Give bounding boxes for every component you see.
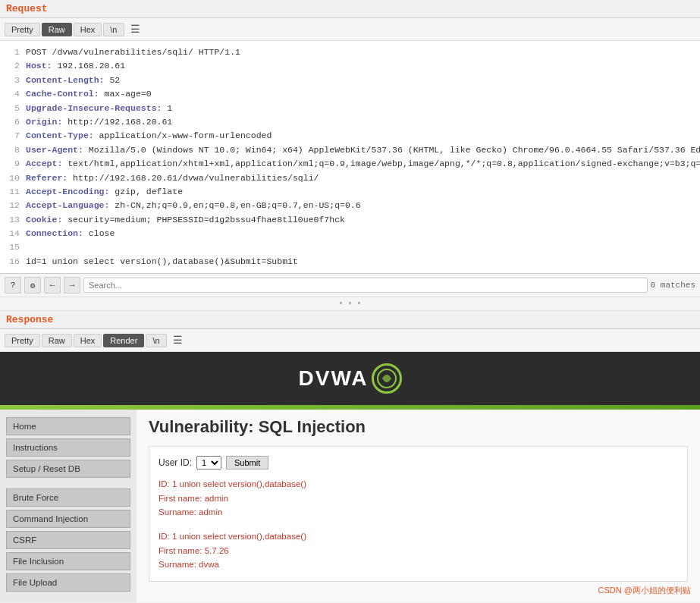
- sidebar-item-command-injection[interactable]: Command Injection: [6, 510, 130, 528]
- sidebar-item-brute-force[interactable]: Brute Force: [6, 488, 130, 507]
- submit-button[interactable]: Submit: [226, 456, 268, 470]
- search-input[interactable]: [83, 278, 648, 293]
- code-line: 3Content-Length: 52: [6, 74, 694, 87]
- menu-icon[interactable]: ☰: [127, 21, 143, 37]
- code-line-content: Host: 192.168.20.61: [26, 59, 125, 73]
- sidebar-item-csrf[interactable]: CSRF: [6, 531, 130, 549]
- divider: • • •: [0, 297, 700, 311]
- code-line: 5Upgrade-Insecure-Requests: 1: [6, 102, 694, 115]
- code-line: 7Content-Type: application/x-www-form-ur…: [6, 129, 694, 143]
- dvwa-header: DVWA: [0, 352, 700, 405]
- code-line: 14Connection: close: [6, 227, 694, 240]
- back-icon[interactable]: ←: [44, 277, 61, 294]
- watermark: CSDN @两小姐的便利贴: [598, 585, 691, 596]
- code-line-content: Cookie: security=medium; PHPSESSID=d1g2b…: [26, 213, 345, 227]
- result-block-1: ID: 1 union select version(),database()F…: [159, 477, 678, 519]
- code-line: 13Cookie: security=medium; PHPSESSID=d1g…: [6, 213, 694, 227]
- code-line: 8User-Agent: Mozilla/5.0 (Windows NT 10.…: [6, 143, 694, 157]
- dvwa-main-content: Vulnerability: SQL Injection User ID: 1 …: [137, 410, 700, 602]
- tab-hex[interactable]: Hex: [74, 23, 102, 36]
- form-box: User ID: 1 Submit ID: 1 union select ver…: [149, 446, 688, 581]
- gear-icon[interactable]: ⚙: [24, 277, 41, 294]
- dvwa-logo: DVWA: [299, 363, 402, 394]
- question-icon[interactable]: ?: [5, 277, 21, 294]
- tab-response-pretty[interactable]: Pretty: [5, 334, 40, 347]
- sidebar-item-instructions[interactable]: Instructions: [6, 438, 130, 457]
- code-line-content: Content-Length: 52: [26, 74, 120, 87]
- page-title: Vulnerability: SQL Injection: [149, 417, 688, 437]
- request-title: Request: [6, 3, 48, 14]
- matches-count: 0 matches: [651, 281, 695, 290]
- rendered-response: DVWA HomeInstructionsSetup / Reset DBBru…: [0, 352, 700, 602]
- tab-response-newline[interactable]: \n: [146, 334, 166, 347]
- code-line-content: id=1 union select version(),database()&S…: [26, 255, 298, 269]
- user-id-label: User ID:: [159, 457, 192, 468]
- code-line: 4Cache-Control: max-age=0: [6, 87, 694, 101]
- tab-pretty[interactable]: Pretty: [5, 23, 40, 36]
- dvwa-sidebar: HomeInstructionsSetup / Reset DBBrute Fo…: [0, 410, 137, 602]
- code-line-content: Referer: http://192.168.20.61/dvwa/vulne…: [26, 171, 319, 185]
- dvwa-body: HomeInstructionsSetup / Reset DBBrute Fo…: [0, 410, 700, 602]
- code-line: 10Referer: http://192.168.20.61/dvwa/vul…: [6, 171, 694, 185]
- code-line-content: Upgrade-Insecure-Requests: 1: [26, 102, 172, 115]
- dvwa-logo-circle: [372, 363, 402, 394]
- tab-raw[interactable]: Raw: [42, 23, 72, 36]
- code-line: 12Accept-Language: zh-CN,zh;q=0.9,en;q=0…: [6, 199, 694, 212]
- form-row: User ID: 1 Submit: [159, 456, 678, 470]
- forward-icon[interactable]: →: [64, 277, 80, 294]
- sidebar-item-setup[interactable]: Setup / Reset DB: [6, 460, 130, 478]
- code-line-content: Content-Type: application/x-www-form-url…: [26, 129, 272, 143]
- code-line-content: Cache-Control: max-age=0: [26, 87, 152, 101]
- code-line: 9Accept: text/html,application/xhtml+xml…: [6, 157, 694, 171]
- dvwa-logo-text: DVWA: [299, 366, 369, 391]
- result-block-2: ID: 1 union select version(),database()F…: [159, 529, 678, 571]
- response-toolbar: Pretty Raw Hex Render \n ☰: [0, 329, 700, 352]
- code-line-content: Accept-Language: zh-CN,zh;q=0.9,en;q=0.8…: [26, 199, 361, 212]
- code-line-content: POST /dvwa/vulnerabilities/sqli/ HTTP/1.…: [26, 46, 240, 59]
- sidebar-item-file-inclusion[interactable]: File Inclusion: [6, 552, 130, 570]
- code-line-content: User-Agent: Mozilla/5.0 (Windows NT 10.0…: [26, 143, 700, 157]
- tab-response-raw[interactable]: Raw: [42, 334, 72, 347]
- response-menu-icon[interactable]: ☰: [170, 332, 186, 348]
- tab-response-hex[interactable]: Hex: [74, 334, 102, 347]
- request-toolbar: Pretty Raw Hex \n ☰: [0, 18, 700, 41]
- code-line: 2Host: 192.168.20.61: [6, 59, 694, 73]
- user-id-select[interactable]: 1: [196, 456, 221, 470]
- code-line-content: Connection: close: [26, 227, 115, 240]
- code-line: 1POST /dvwa/vulnerabilities/sqli/ HTTP/1…: [6, 46, 694, 59]
- response-header: Response: [0, 311, 700, 329]
- request-header: Request: [0, 0, 700, 18]
- tab-newline[interactable]: \n: [103, 23, 124, 36]
- search-bar: ? ⚙ ← → 0 matches: [0, 274, 700, 297]
- sidebar-item-file-upload[interactable]: File Upload: [6, 573, 130, 592]
- response-title: Response: [6, 314, 53, 325]
- code-line-content: Accept-Encoding: gzip, deflate: [26, 185, 183, 199]
- code-line: 6Origin: http://192.168.20.61: [6, 115, 694, 129]
- code-line: 16id=1 union select version(),database()…: [6, 255, 694, 269]
- tab-response-render[interactable]: Render: [103, 334, 144, 347]
- code-line: 11Accept-Encoding: gzip, deflate: [6, 185, 694, 199]
- code-line-content: Origin: http://192.168.20.61: [26, 115, 172, 129]
- code-line-content: Accept: text/html,application/xhtml+xml,…: [26, 157, 700, 171]
- request-code-area: 1POST /dvwa/vulnerabilities/sqli/ HTTP/1…: [0, 41, 700, 274]
- code-line: 15: [6, 240, 694, 254]
- sidebar-item-home[interactable]: Home: [6, 417, 130, 435]
